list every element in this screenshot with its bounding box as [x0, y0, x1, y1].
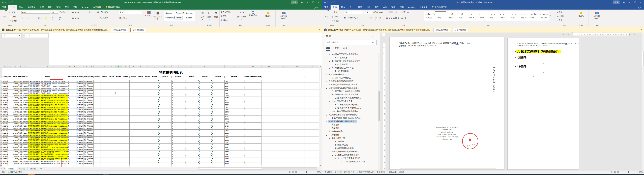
cell-T27[interactable]	[151, 136, 158, 139]
cell-AD3[interactable]	[290, 80, 305, 83]
cell-AC22[interactable]	[276, 125, 290, 127]
cell-L9[interactable]	[94, 94, 101, 97]
cell-AA8[interactable]: 0	[244, 92, 262, 94]
cell-AD8[interactable]	[290, 92, 305, 94]
cell-AB30[interactable]	[262, 144, 276, 146]
cell-E25[interactable]: A2604060)	[23, 132, 28, 134]
cell-AB16[interactable]	[262, 111, 276, 113]
zoom-track[interactable]	[300, 172, 314, 172]
cell-E5[interactable]: A2604060)	[23, 85, 28, 87]
cell-K7[interactable]: B880	[89, 90, 94, 92]
scroll-down-icon[interactable]: ▼	[319, 165, 322, 166]
cell-H32[interactable]	[72, 148, 76, 151]
minimize-icon[interactable]: ─	[304, 0, 310, 5]
status-word-count[interactable]: 7/34338 个字	[344, 171, 354, 173]
cell-F24[interactable]: 压裂管汇设备配件 旋塞阀修理包 YGC105 T28319001AA 3" 10…	[28, 130, 68, 132]
grid-header-cell-F[interactable]: 物料描述	[28, 76, 68, 78]
cell-T19[interactable]	[151, 118, 158, 120]
cell-M25[interactable]	[101, 132, 108, 134]
cell-R34[interactable]	[137, 153, 144, 156]
row-header-37[interactable]: 37	[0, 160, 2, 162]
cell-N39[interactable]	[108, 165, 115, 167]
cell-W37[interactable]: 0	[185, 160, 198, 162]
cell-R23[interactable]	[137, 127, 144, 130]
cell-P27[interactable]	[122, 136, 130, 139]
cell-T21[interactable]	[151, 122, 158, 125]
name-box[interactable]: O8▼	[1, 33, 22, 38]
cell-R32[interactable]	[137, 148, 144, 151]
cell-S18[interactable]	[144, 116, 151, 118]
cell-W16[interactable]: 0	[185, 111, 198, 113]
save-to-baidu-button[interactable]: 保存到百度网盘	[280, 10, 288, 20]
cell-AB5[interactable]	[262, 85, 276, 87]
cell-Z11[interactable]: 632	[224, 99, 244, 102]
grid-header-cell-J[interactable]: 到货地点	[84, 76, 89, 78]
cell-J30[interactable]: 不分区域	[84, 144, 89, 146]
format-cells-button[interactable]: ▦格式▾	[212, 10, 219, 20]
page-layout-view-icon[interactable]: ▤	[292, 171, 294, 173]
zoom-thumb[interactable]	[306, 171, 307, 173]
cell-N33[interactable]	[108, 151, 115, 153]
cell-W38[interactable]: 0	[185, 162, 198, 165]
cell-O34[interactable]	[115, 153, 122, 156]
cell-G37[interactable]: 只	[68, 160, 72, 162]
tab-引用[interactable]: 引用	[364, 5, 372, 10]
cell-R15[interactable]	[137, 108, 144, 111]
cell-I23[interactable]: SY/T 6270	[76, 127, 84, 130]
cell-D35[interactable]: 压裂管汇	[18, 156, 23, 158]
cell-C27[interactable]: A2604060)	[12, 136, 18, 139]
cell-A4[interactable]: 2025-WZJ(	[2, 83, 8, 85]
cell-K21[interactable]: B880	[89, 122, 94, 125]
cell-O33[interactable]	[115, 151, 122, 153]
cell-Q24[interactable]	[130, 130, 137, 132]
tab-操作说明搜索[interactable]: 💡操作说明搜索	[103, 5, 122, 10]
cell-K39[interactable]	[89, 165, 94, 167]
cell-A10[interactable]: 2025-WZJ(	[2, 97, 8, 99]
cell-W3[interactable]: 0	[185, 80, 198, 83]
cell-W25[interactable]: 0	[185, 132, 198, 134]
word-vscroll-thumb[interactable]	[642, 51, 644, 66]
status-track-changes[interactable]: 修订: 关闭	[376, 171, 384, 173]
cell-Y12[interactable]: 0	[211, 102, 224, 104]
cell-style-Comma[interactable]: Comma	[164, 12, 173, 14]
collapse-triangle-icon[interactable]: ◢	[329, 53, 331, 56]
cell-AE23[interactable]	[305, 127, 319, 130]
cell-J7[interactable]: 不分区域	[84, 90, 89, 92]
cell-W29[interactable]: 0	[185, 141, 198, 144]
cell-X19[interactable]: 0	[198, 118, 211, 120]
cell-A13[interactable]: 2025-WZJ(	[2, 104, 8, 106]
cell-M30[interactable]	[101, 144, 108, 146]
cell-G15[interactable]: 只	[68, 108, 72, 111]
tab-设计[interactable]: 设计	[347, 5, 356, 10]
collapse-triangle-icon[interactable]: ◢	[326, 86, 328, 90]
grow-shrink-font-icons[interactable]: A˄ A˅ Aa▾	[374, 11, 383, 13]
grid-header-cell-M[interactable]: 探使用编	[101, 76, 108, 78]
cell-D31[interactable]: 压裂管汇	[18, 146, 23, 148]
cell-D3[interactable]: 压裂管汇	[18, 80, 23, 83]
cell-S36[interactable]	[144, 158, 151, 160]
cell-S26[interactable]	[144, 134, 151, 136]
cell-AD16[interactable]	[290, 111, 305, 113]
qat-customize-icon[interactable]: ▼	[12, 1, 13, 4]
cell-U31[interactable]: 0	[158, 146, 172, 148]
cell-H35[interactable]	[72, 156, 76, 158]
tab-帮助[interactable]: 帮助	[398, 5, 406, 10]
column-header-U[interactable]: U	[158, 65, 172, 68]
cell-AB7[interactable]	[262, 90, 276, 92]
cell-B27[interactable]	[8, 136, 12, 139]
cell-Z28[interactable]: 2893	[224, 139, 244, 141]
cell-X28[interactable]: 0	[198, 139, 211, 141]
nav-item-14[interactable]: ◢5.3 中国执行信息公开网	[322, 100, 378, 103]
cell-Z32[interactable]: 1695	[224, 148, 244, 151]
cell-B29[interactable]	[8, 141, 12, 144]
cell-L8[interactable]	[94, 92, 101, 94]
cell-E32[interactable]: A2604060)	[23, 148, 28, 151]
cell-G10[interactable]: 只	[68, 97, 72, 99]
document-page-right[interactable]: 采购项目名称：长城钻探2025-WZJC-物资钻采-02 A26大类高压管件修理…	[508, 38, 579, 170]
cell-AD28[interactable]	[290, 139, 305, 141]
cell-T10[interactable]	[151, 97, 158, 99]
nav-item-26[interactable]: 1.1 承诺书	[322, 140, 378, 143]
cell-S39[interactable]	[144, 165, 151, 167]
addins-button[interactable]: 加载项	[264, 10, 272, 17]
cell-P39[interactable]	[122, 165, 130, 167]
